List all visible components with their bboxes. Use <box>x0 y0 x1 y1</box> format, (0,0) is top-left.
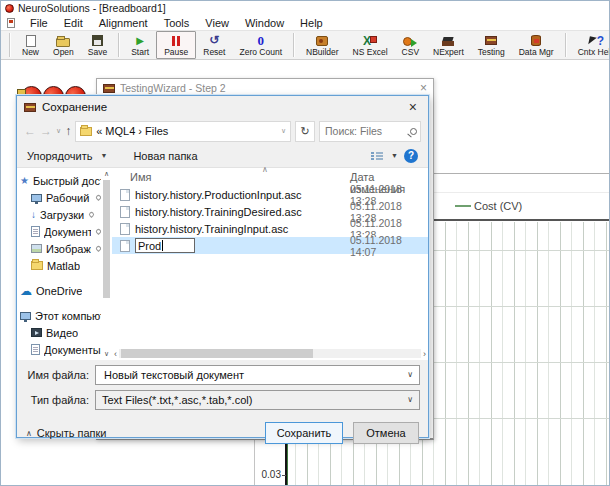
breadcrumb[interactable]: « MQL4 › Files <box>96 125 168 137</box>
filename-dropdown-icon[interactable]: ∨ <box>407 370 413 379</box>
file-icon <box>120 206 130 218</box>
ns-excel-button[interactable]: X NS Excel <box>346 31 395 59</box>
monitor-icon <box>31 194 42 202</box>
context-help-button[interactable]: ? Cntx Help <box>571 31 610 59</box>
open-button[interactable]: Open <box>46 31 81 59</box>
rename-input[interactable]: Prod <box>135 238 195 253</box>
pictures-icon <box>31 244 42 253</box>
play-icon: ▶ <box>136 35 144 47</box>
search-icon <box>410 128 417 135</box>
history-chevron-icon[interactable]: ∨ <box>56 127 61 135</box>
sidebar-scrollbar[interactable]: ∧ ∨ <box>101 168 112 360</box>
new-button[interactable]: New <box>15 31 46 59</box>
scrollbar-thumb[interactable] <box>103 180 110 298</box>
sidebar-item-desktop[interactable]: Рабочий сто <box>17 189 101 206</box>
forward-icon[interactable]: → <box>40 125 52 137</box>
download-icon: ↓ <box>31 209 36 220</box>
horizontal-scrollbar[interactable]: ‹ › <box>114 348 426 359</box>
sidebar-item-downloads-2[interactable]: ↓ Загрузки <box>17 358 101 360</box>
help-icon[interactable]: ? <box>404 149 418 163</box>
address-bar[interactable]: « MQL4 › Files ∨ <box>75 121 291 142</box>
menu-view[interactable]: View <box>204 17 230 29</box>
file-row-renaming[interactable]: Prod 05.11.2018 14:07 <box>112 237 428 254</box>
file-icon <box>120 240 130 252</box>
navigation-bar: ← → ∨ ↑ « MQL4 › Files ∨ ↻ <box>17 118 428 144</box>
save-dialog-icon <box>24 103 36 112</box>
menu-window[interactable]: Window <box>244 17 285 29</box>
filetype-label: Тип файла: <box>17 394 95 406</box>
wizard-title: TestingWizard - Step 2 <box>120 82 415 94</box>
reset-button[interactable]: ↺ Reset <box>196 31 232 59</box>
save-button[interactable]: Save <box>81 31 114 59</box>
cancel-button[interactable]: Отмена <box>353 422 419 444</box>
nbuilder-button[interactable]: NBuilder <box>299 31 346 59</box>
organize-button[interactable]: Упорядочить <box>27 150 92 162</box>
sidebar-item-videos[interactable]: Видео <box>17 324 101 341</box>
menu-edit[interactable]: Edit <box>63 17 84 29</box>
refresh-icon: ↻ <box>300 125 309 138</box>
app-window: NeuroSolutions - [Breadboard1] File Edit… <box>0 0 610 486</box>
refresh-button[interactable]: ↻ <box>295 121 315 142</box>
video-icon <box>31 328 42 337</box>
legend-label: Cost (CV) <box>474 200 522 212</box>
address-chevron-icon[interactable]: ∨ <box>281 127 286 135</box>
legend-line-sample <box>455 205 471 207</box>
organize-dropdown-icon[interactable]: ▼ <box>100 152 107 159</box>
back-icon[interactable]: ← <box>24 125 36 137</box>
filename-row: Имя файла: ∨ <box>17 364 428 385</box>
save-dialog-close-icon[interactable]: × <box>405 99 421 115</box>
file-list: ∧ Имя Дата изменения history.history.Pro… <box>112 168 428 360</box>
command-bar: Упорядочить ▼ Новая папка ▼ ? <box>17 144 428 168</box>
sidebar-item-this-pc[interactable]: Этот компьютер <box>17 307 101 324</box>
scrollbar-track[interactable] <box>119 349 421 358</box>
window-title: NeuroSolutions - [Breadboard1] <box>18 2 166 14</box>
data-mgr-button[interactable]: Data Mgr <box>512 31 561 59</box>
up-icon[interactable]: ↑ <box>65 125 71 137</box>
new-folder-button[interactable]: Новая папка <box>133 150 197 162</box>
sidebar-item-onedrive[interactable]: ☁ OneDrive <box>17 282 101 299</box>
save-dialog: Сохранение × ← → ∨ ↑ « MQL4 › Files ∨ ↻ <box>16 95 429 438</box>
sidebar-item-pictures[interactable]: Изображени <box>17 240 101 257</box>
menu-file[interactable]: File <box>29 17 49 29</box>
menu-tools[interactable]: Tools <box>163 17 191 29</box>
collapse-icon: ∧ <box>26 429 32 438</box>
toolbar-separator <box>118 33 120 57</box>
scrollbar-thumb[interactable] <box>121 349 313 358</box>
wizard-close-icon[interactable]: × <box>420 81 427 95</box>
column-header-name[interactable]: Имя <box>130 171 151 183</box>
view-dropdown-icon[interactable]: ▼ <box>391 152 398 159</box>
csv-button[interactable]: CSV <box>395 31 426 59</box>
hide-folders-button[interactable]: ∧ Скрыть папки <box>26 427 106 439</box>
scroll-up-icon[interactable]: ∧ <box>104 170 109 178</box>
toolbar-separator <box>9 33 11 57</box>
menu-bar: File Edit Alignment Tools View Window He… <box>1 15 609 30</box>
zero-count-button[interactable]: 0 Zero Count <box>232 31 289 59</box>
pause-button[interactable]: Pause <box>156 31 196 59</box>
app-icon <box>5 4 14 13</box>
menu-alignment[interactable]: Alignment <box>98 17 149 29</box>
view-mode-icon[interactable] <box>371 151 383 161</box>
filename-combobox[interactable]: ∨ <box>95 365 420 385</box>
scroll-right-icon[interactable]: › <box>423 349 426 359</box>
sidebar-item-documents-2[interactable]: Документы <box>17 341 101 358</box>
sidebar-item-matlab[interactable]: Matlab <box>17 257 101 274</box>
sidebar-item-documents[interactable]: Документы <box>17 223 101 240</box>
sidebar-item-quick-access[interactable]: ★ Быстрый доступ <box>17 172 101 189</box>
scroll-left-icon[interactable]: ‹ <box>114 349 117 359</box>
folder-icon <box>80 127 92 136</box>
menu-help[interactable]: Help <box>299 17 324 29</box>
search-input[interactable] <box>323 124 410 138</box>
testing-button[interactable]: Testing <box>471 31 512 59</box>
sidebar-item-downloads[interactable]: ↓ Загрузки <box>17 206 101 223</box>
y-axis-tick <box>282 475 286 476</box>
filetype-dropdown-icon[interactable]: ∨ <box>407 395 413 404</box>
filename-input[interactable] <box>102 368 403 382</box>
nbuilder-icon <box>316 36 328 46</box>
scroll-down-icon[interactable]: ∨ <box>104 350 109 358</box>
nexpert-button[interactable]: NExpert <box>426 31 471 59</box>
filetype-combobox[interactable]: Text Files(*.txt,*.asc,*.tab,*.col) ∨ <box>95 390 420 410</box>
save-confirm-button[interactable]: Сохранить <box>265 422 343 444</box>
file-icon <box>120 189 130 201</box>
reset-icon: ↺ <box>209 35 219 47</box>
start-button[interactable]: ▶ Start <box>124 31 156 59</box>
